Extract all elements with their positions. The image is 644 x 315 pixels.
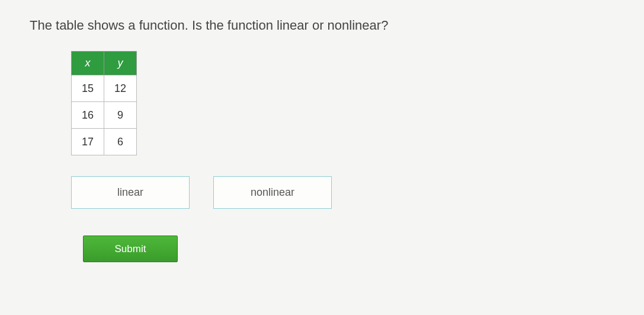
linear-button[interactable]: linear [71, 176, 190, 209]
answer-options: linear nonlinear [71, 176, 614, 209]
nonlinear-button[interactable]: nonlinear [213, 176, 332, 209]
table-cell-y: 6 [104, 129, 137, 155]
table-row: 17 6 [72, 129, 137, 155]
table-cell-x: 15 [72, 75, 104, 102]
table-cell-x: 17 [72, 129, 104, 155]
table-header-x: x [72, 52, 104, 75]
table-row: 15 12 [72, 75, 137, 102]
function-table: x y 15 12 16 9 17 6 [71, 51, 137, 155]
table-header-y: y [104, 52, 137, 75]
table-cell-y: 9 [104, 102, 137, 129]
table-cell-y: 12 [104, 75, 137, 102]
table-row: 16 9 [72, 102, 137, 129]
question-text: The table shows a function. Is the funct… [30, 18, 614, 33]
submit-button[interactable]: Submit [83, 236, 178, 262]
table-cell-x: 16 [72, 102, 104, 129]
